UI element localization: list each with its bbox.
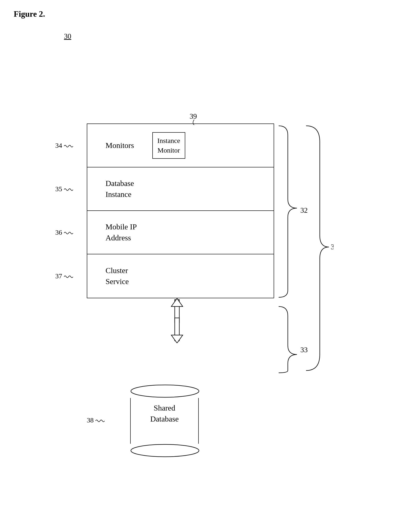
instance-monitor-box: InstanceMonitor	[152, 132, 185, 159]
ref-30: 30	[64, 32, 71, 40]
svg-point-7	[131, 385, 199, 397]
main-box: 34 Monitors InstanceMonitor 35 DatabaseI…	[87, 124, 274, 298]
ref-36: 36	[55, 228, 73, 236]
figure-label: Figure 2.	[14, 9, 45, 19]
cylinder-top-ellipse	[130, 384, 200, 398]
ref-37: 37	[55, 272, 73, 280]
monitors-label: Monitors	[106, 140, 134, 151]
cluster-service-label: ClusterService	[106, 265, 129, 287]
svg-marker-6	[171, 335, 183, 343]
svg-point-8	[131, 444, 199, 457]
svg-text:33: 33	[300, 346, 308, 354]
ref-36-squiggle	[64, 231, 73, 235]
svg-marker-4	[171, 298, 183, 306]
cluster-service-section: 37 ClusterService	[87, 254, 274, 298]
ref-37-squiggle	[64, 275, 73, 279]
db-instance-label: DatabaseInstance	[106, 178, 134, 200]
shared-db-text-overlay: SharedDatabase	[130, 403, 199, 424]
ref-34-squiggle	[64, 144, 73, 148]
bidirectional-arrow	[167, 297, 194, 343]
ref-35-squiggle	[64, 187, 73, 192]
shared-db-label: SharedDatabase	[150, 404, 179, 423]
db-instance-section: 35 DatabaseInstance	[87, 167, 274, 211]
instance-monitor-label: InstanceMonitor	[157, 137, 180, 154]
shared-database-container: SharedDatabase	[130, 384, 199, 457]
svg-text:31: 31	[331, 243, 334, 251]
ref-34: 34	[55, 142, 73, 149]
ref-35: 35	[55, 185, 73, 193]
cylinder-bottom-ellipse	[130, 444, 200, 457]
monitors-section: 34 Monitors InstanceMonitor	[87, 124, 274, 167]
svg-text:32: 32	[300, 206, 308, 214]
ref-38: 38	[87, 416, 105, 424]
mobile-ip-section: 36 Mobile IPAddress	[87, 211, 274, 254]
right-braces-svg: 32 33 31	[274, 124, 334, 375]
ref-38-squiggle	[95, 418, 105, 423]
mobile-ip-label: Mobile IPAddress	[106, 221, 137, 243]
